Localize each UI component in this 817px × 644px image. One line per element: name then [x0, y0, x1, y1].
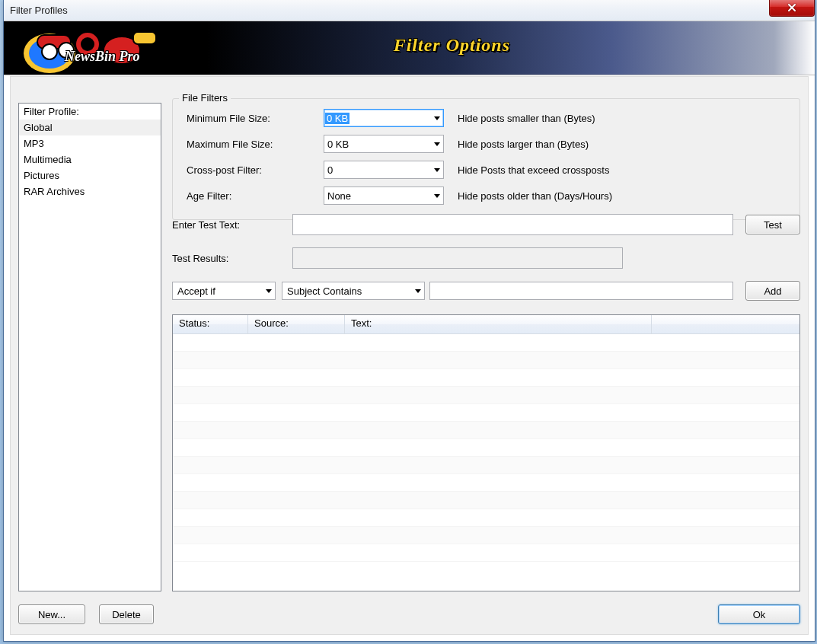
min-size-hint: Hide posts smaller than (Bytes): [458, 113, 595, 124]
close-icon: [787, 3, 797, 12]
table-row[interactable]: [173, 457, 799, 474]
brand-text: NewsBin Pro: [65, 49, 140, 65]
test-text-input[interactable]: [292, 214, 733, 235]
chevron-down-icon: [430, 135, 443, 152]
dialog-body: Filter Profile: Global MP3 Multimedia Pi…: [10, 76, 809, 635]
delete-button[interactable]: Delete: [99, 604, 154, 624]
banner: NewsBin Pro Filter Options: [4, 21, 815, 75]
window-title: Filter Profiles: [10, 5, 68, 16]
test-results-field: [292, 247, 623, 269]
table-row[interactable]: [173, 492, 799, 509]
table-row[interactable]: [173, 474, 799, 492]
profile-list-header: Filter Profile:: [19, 104, 161, 120]
age-hint: Hide posts older than (Days/Hours): [458, 190, 612, 202]
age-label: Age Filter:: [180, 190, 324, 202]
profile-list[interactable]: Filter Profile: Global MP3 Multimedia Pi…: [18, 103, 161, 591]
table-row[interactable]: [173, 509, 799, 527]
test-results-label: Test Results:: [172, 253, 292, 264]
chevron-down-icon: [411, 282, 424, 299]
max-size-label: Maximum File Size:: [180, 139, 324, 150]
new-button[interactable]: New...: [18, 604, 85, 624]
table-row[interactable]: [173, 422, 799, 439]
rule-field-combo[interactable]: Subject Contains: [282, 282, 425, 300]
min-size-label: Minimum File Size:: [180, 113, 324, 124]
age-value: None: [324, 190, 430, 202]
min-size-value: 0 KB: [325, 113, 349, 124]
titlebar[interactable]: Filter Profiles: [4, 0, 815, 21]
profile-item-multimedia[interactable]: Multimedia: [19, 151, 161, 167]
banner-title: Filter Options: [394, 35, 510, 56]
max-size-hint: Hide posts larger than (Bytes): [458, 139, 589, 150]
rule-value-input[interactable]: [429, 282, 733, 300]
svg-point-4: [42, 44, 57, 59]
col-source[interactable]: Source:: [248, 315, 345, 333]
table-row[interactable]: [173, 404, 799, 422]
test-button[interactable]: Test: [745, 215, 800, 234]
profile-item-mp3[interactable]: MP3: [19, 135, 161, 151]
svg-rect-8: [133, 32, 156, 44]
filter-profiles-dialog: Filter Profiles NewsBin Pro Filter Optio…: [3, 0, 815, 642]
rules-table[interactable]: Status: Source: Text:: [172, 314, 800, 591]
table-row[interactable]: [173, 387, 799, 404]
chevron-down-icon: [430, 110, 443, 126]
table-body: [173, 334, 799, 562]
rule-condition-value: Accept if: [173, 285, 262, 297]
col-text[interactable]: Text:: [345, 315, 652, 333]
col-blank[interactable]: [652, 315, 799, 333]
banner-logo-art: [4, 21, 194, 75]
crosspost-value: 0: [324, 164, 430, 176]
profile-item-global[interactable]: Global: [19, 120, 161, 135]
crosspost-hint: Hide Posts that exceed crossposts: [458, 164, 609, 176]
col-status[interactable]: Status:: [173, 315, 248, 333]
close-button[interactable]: [769, 0, 815, 17]
max-size-combo[interactable]: 0 KB: [324, 135, 444, 153]
table-row[interactable]: [173, 439, 799, 457]
crosspost-label: Cross-post Filter:: [180, 164, 324, 176]
table-header: Status: Source: Text:: [173, 315, 799, 334]
table-row[interactable]: [173, 527, 799, 544]
add-button[interactable]: Add: [745, 281, 800, 301]
dialog-footer: New... Delete Ok: [18, 602, 800, 626]
test-text-label: Enter Test Text:: [172, 219, 292, 231]
crosspost-combo[interactable]: 0: [324, 161, 444, 179]
file-filters-legend: File Filters: [179, 92, 231, 104]
table-row[interactable]: [173, 334, 799, 352]
age-combo[interactable]: None: [324, 187, 444, 205]
profile-item-pictures[interactable]: Pictures: [19, 167, 161, 183]
profile-item-rar[interactable]: RAR Archives: [19, 183, 161, 199]
chevron-down-icon: [262, 282, 275, 299]
chevron-down-icon: [430, 161, 443, 178]
max-size-value: 0 KB: [324, 139, 430, 150]
table-row[interactable]: [173, 352, 799, 369]
ok-button[interactable]: Ok: [718, 604, 800, 624]
file-filters-group: File Filters Minimum File Size: 0 KB Hid…: [172, 98, 800, 220]
min-size-combo[interactable]: 0 KB: [324, 109, 444, 127]
table-row[interactable]: [173, 369, 799, 387]
chevron-down-icon: [430, 187, 443, 204]
rule-field-value: Subject Contains: [282, 285, 411, 297]
table-row[interactable]: [173, 544, 799, 562]
rule-condition-combo[interactable]: Accept if: [172, 282, 276, 300]
